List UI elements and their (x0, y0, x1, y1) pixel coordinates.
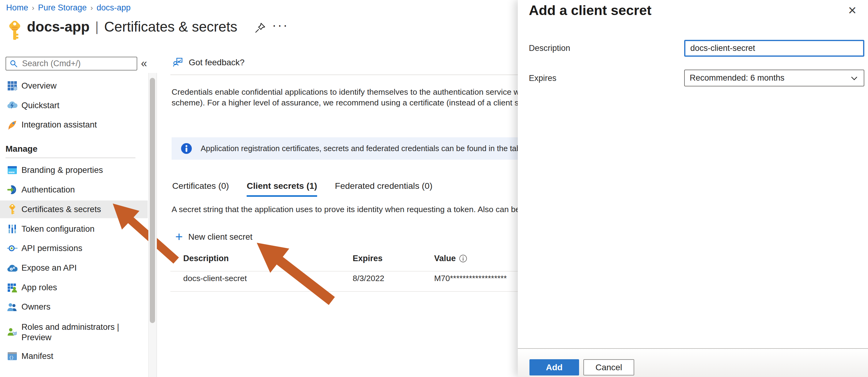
add-client-secret-panel: Add a client secret × Description Expire… (518, 0, 868, 377)
sidebar-item-label: Branding & properties (22, 165, 103, 175)
sidebar-item-branding-properties[interactable]: www Branding & properties (0, 161, 148, 179)
integration-assistant-icon (7, 120, 18, 129)
sidebar-item-owners[interactable]: Owners (0, 298, 148, 316)
column-header-value: Value (434, 254, 467, 263)
got-feedback-button[interactable]: Got feedback? (173, 57, 245, 68)
sidebar-item-manifest[interactable]: {} Manifest (0, 347, 148, 365)
breadcrumb-separator: › (32, 4, 34, 12)
sidebar-item-certificates-secrets[interactable]: Certificates & secrets (0, 200, 148, 218)
tab-federated-credentials[interactable]: Federated credentials (0) (335, 181, 432, 197)
branding-icon: www (7, 166, 18, 174)
chevron-down-icon (850, 74, 858, 82)
table-divider (170, 271, 518, 271)
sidebar-item-expose-an-api[interactable]: Expose an API (0, 259, 148, 277)
sidebar-item-authentication[interactable]: Authentication (0, 181, 148, 199)
client-secret-description-text: A secret string that the application use… (172, 205, 518, 214)
column-header-description: Description (183, 254, 229, 263)
credentials-intro-text: Credentials enable confidential applicat… (172, 87, 518, 108)
main-content: Got feedback? Credentials enable confide… (170, 0, 518, 377)
sidebar-search (5, 57, 137, 70)
info-banner-text: Application registration certificates, s… (201, 144, 518, 153)
owners-icon (7, 302, 18, 311)
breadcrumb-separator: › (90, 4, 93, 12)
feedback-icon (173, 57, 184, 68)
table-divider (170, 291, 518, 292)
sidebar-manage-header: Manage (5, 144, 37, 154)
token-configuration-icon (7, 224, 18, 234)
sidebar-item-label: App roles (22, 283, 57, 292)
sidebar-item-label: Manifest (22, 351, 53, 361)
sidebar-item-app-roles[interactable]: App roles (0, 279, 148, 296)
panel-title: Add a client secret (529, 2, 651, 19)
page-title-separator: | (94, 19, 99, 34)
expires-select[interactable]: Recommended: 6 months (684, 69, 864, 86)
value-info-icon[interactable] (459, 254, 467, 263)
sidebar-item-label: Overview (22, 81, 57, 91)
expires-label: Expires (529, 74, 556, 83)
app-roles-icon (7, 283, 18, 292)
breadcrumb-docs-app[interactable]: docs-app (96, 3, 130, 12)
sidebar-item-token-configuration[interactable]: Token configuration (0, 220, 148, 238)
cancel-button[interactable]: Cancel (583, 359, 634, 375)
roles-admins-icon (7, 327, 18, 337)
tab-list: Certificates (0) Client secrets (1) Fede… (172, 181, 432, 197)
sidebar-item-label: Authentication (22, 185, 75, 195)
info-banner: Application registration certificates, s… (172, 137, 518, 160)
expose-api-icon (7, 264, 18, 272)
sidebar-item-roles-and-administrators[interactable]: Roles and administrators | Preview (0, 318, 148, 347)
sidebar-item-quickstart[interactable]: Quickstart (0, 96, 148, 114)
breadcrumb-home[interactable]: Home (6, 3, 28, 12)
sidebar-item-label: Owners (22, 302, 51, 312)
sidebar-item-label: Quickstart (22, 100, 59, 110)
svg-text:{}: {} (9, 355, 13, 360)
search-input[interactable] (22, 59, 127, 69)
sidebar-item-label: Expose an API (22, 263, 76, 273)
quickstart-icon (7, 101, 18, 110)
collapse-sidebar-button[interactable]: « (141, 57, 147, 70)
description-label: Description (529, 44, 570, 53)
info-icon (181, 143, 192, 154)
sidebar-scrollbar-track (148, 73, 157, 377)
sidebar-item-label: Roles and administrators | Preview (22, 322, 135, 343)
column-header-expires: Expires (353, 254, 383, 263)
svg-text:www: www (8, 171, 15, 174)
sidebar-item-api-permissions[interactable]: API permissions (0, 239, 148, 257)
got-feedback-label: Got feedback? (189, 58, 245, 67)
key-icon (7, 21, 23, 42)
plus-icon: + (175, 231, 183, 243)
panel-footer: Add Cancel (518, 348, 868, 377)
sidebar-scrollbar-thumb[interactable] (150, 78, 155, 323)
add-button[interactable]: Add (529, 359, 579, 375)
tab-client-secrets[interactable]: Client secrets (1) (247, 181, 317, 197)
sidebar-item-label: Integration assistant (22, 120, 97, 129)
manifest-icon: {} (7, 352, 18, 360)
breadcrumb: Home › Pure Storage › docs-app (6, 3, 130, 12)
tab-certificates[interactable]: Certificates (0) (172, 181, 229, 197)
table-row: docs-client-secret 8/3/2022 M70*********… (170, 274, 518, 287)
new-client-secret-button[interactable]: + New client secret (175, 231, 252, 243)
cell-description: docs-client-secret (183, 274, 247, 283)
close-icon[interactable]: × (848, 2, 856, 19)
sidebar-item-label: API permissions (22, 243, 83, 253)
sidebar-divider (5, 157, 135, 158)
search-icon (10, 60, 18, 68)
breadcrumb-pure-storage[interactable]: Pure Storage (38, 3, 87, 12)
azure-portal-page: Home › Pure Storage › docs-app docs-app … (0, 0, 868, 377)
toolbar-divider (170, 75, 518, 75)
expires-selected-value: Recommended: 6 months (690, 73, 850, 83)
authentication-icon (7, 185, 18, 195)
overview-icon (7, 81, 18, 91)
api-permissions-icon (7, 244, 18, 253)
new-client-secret-label: New client secret (188, 232, 252, 242)
key-icon (7, 204, 18, 214)
sidebar-item-integration-assistant[interactable]: Integration assistant (0, 116, 148, 134)
sidebar-item-overview[interactable]: Overview (0, 77, 148, 95)
cell-value: M70****************** (434, 274, 507, 283)
table-header-row: Description Expires Value (170, 254, 518, 267)
description-input[interactable] (684, 40, 864, 57)
page-title-app-name: docs-app (27, 19, 90, 35)
sidebar-item-label: Token configuration (22, 224, 95, 234)
sidebar-item-label: Certificates & secrets (22, 204, 101, 214)
cell-expires: 8/3/2022 (353, 274, 384, 283)
